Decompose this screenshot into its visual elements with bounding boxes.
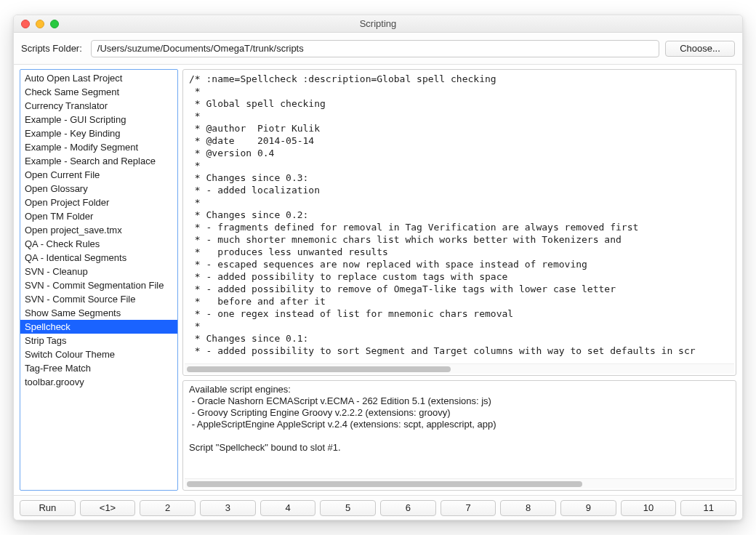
slot-button-8[interactable]: 8 [500, 500, 556, 516]
script-list-item[interactable]: Example - Key Binding [20, 126, 177, 140]
slot-button-10[interactable]: 10 [621, 500, 677, 516]
choose-folder-button[interactable]: Choose... [665, 41, 735, 57]
script-list-item[interactable]: Spellcheck [20, 320, 177, 334]
slot-button-3[interactable]: 3 [200, 500, 256, 516]
script-list-item[interactable]: SVN - Commit Segmentation File [20, 278, 177, 292]
script-list-item[interactable]: Example - Search and Replace [20, 154, 177, 168]
script-list-item[interactable]: Switch Colour Theme [20, 347, 177, 361]
script-list-item[interactable]: Open Current File [20, 168, 177, 182]
console-pane: Available script engines: - Oracle Nasho… [182, 380, 736, 491]
script-list-item[interactable]: SVN - Commit Source File [20, 292, 177, 306]
slot-button-5[interactable]: 5 [320, 500, 376, 516]
slot-button-11[interactable]: 11 [680, 500, 736, 516]
script-list-item[interactable]: Tag-Free Match [20, 361, 177, 375]
script-list-item[interactable]: toolbar.groovy [20, 375, 177, 389]
script-source[interactable]: /* :name=Spellcheck :description=Global … [189, 73, 734, 357]
script-list-item[interactable]: QA - Check Rules [20, 237, 177, 251]
zoom-icon[interactable] [50, 20, 59, 28]
slot-button-9[interactable]: 9 [560, 500, 616, 516]
console-output[interactable]: Available script engines: - Oracle Nasho… [185, 382, 734, 478]
slot-button-4[interactable]: 4 [260, 500, 316, 516]
console-text: Available script engines: - Oracle Nasho… [189, 384, 730, 454]
slot-button-7[interactable]: 7 [441, 500, 496, 516]
slot-button-2[interactable]: 2 [140, 500, 196, 516]
toolbar: Scripts Folder: Choose... [14, 33, 742, 65]
run-button[interactable]: Run [20, 500, 76, 516]
script-list-item[interactable]: SVN - Cleanup [20, 265, 177, 278]
scripts-folder-path[interactable] [91, 40, 659, 57]
script-list-item[interactable]: Open TM Folder [20, 209, 177, 223]
window-title: Scripting [360, 18, 397, 29]
close-icon[interactable] [21, 20, 30, 28]
script-list-item[interactable]: Open Glossary [20, 182, 177, 196]
slot-button-6[interactable]: 6 [380, 500, 436, 516]
script-list-item[interactable]: Example - GUI Scripting [20, 113, 177, 126]
script-list-item[interactable]: QA - Identical Segments [20, 251, 177, 265]
slot-button-1[interactable]: <1> [80, 500, 136, 516]
minimize-icon[interactable] [36, 20, 44, 28]
script-list-item[interactable]: Open Project Folder [20, 196, 177, 209]
titlebar: Scripting [14, 15, 742, 33]
console-horizontal-scrollbar[interactable] [185, 478, 734, 488]
script-editor[interactable]: /* :name=Spellcheck :description=Global … [185, 71, 734, 363]
editor-horizontal-scrollbar[interactable] [185, 363, 734, 374]
scripting-window: Scripting Scripts Folder: Choose... Auto… [13, 15, 743, 520]
script-list-item[interactable]: Auto Open Last Project [20, 71, 177, 85]
script-list-item[interactable]: Currency Translator [20, 99, 177, 113]
scripts-folder-label: Scripts Folder: [21, 43, 82, 54]
script-list-item[interactable]: Show Same Segments [20, 306, 177, 320]
script-list-item[interactable]: Open project_save.tmx [20, 223, 177, 237]
script-editor-pane: /* :name=Spellcheck :description=Global … [182, 69, 736, 376]
script-list-item[interactable]: Check Same Segment [20, 85, 177, 99]
script-list[interactable]: Auto Open Last ProjectCheck Same Segment… [20, 69, 178, 491]
script-list-item[interactable]: Example - Modify Segment [20, 140, 177, 154]
footer-buttons: Run <1>234567891011 [14, 495, 742, 520]
script-list-item[interactable]: Strip Tags [20, 334, 177, 347]
